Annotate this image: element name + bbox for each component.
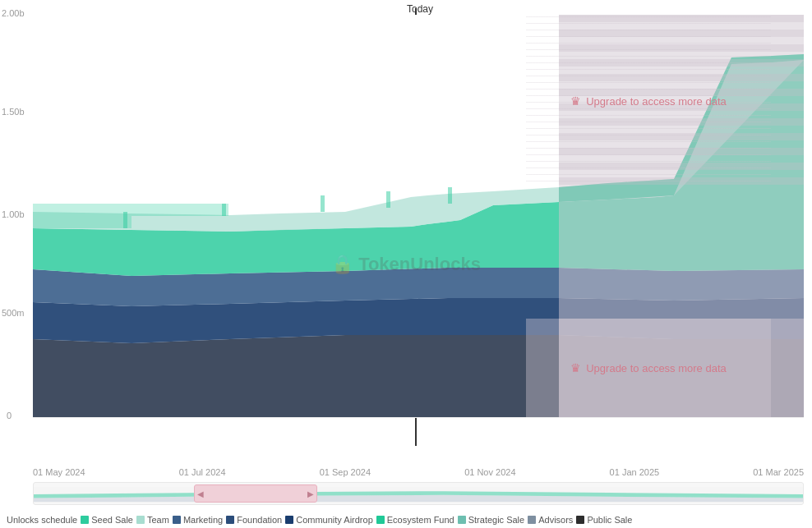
legend-label-ecosystem-fund: Ecosystem Fund — [387, 515, 454, 525]
legend-label-community-airdrop: Community Airdrop — [296, 515, 373, 525]
legend-label-public-sale: Public Sale — [587, 515, 632, 525]
svg-rect-16 — [448, 187, 452, 204]
legend-label-seed-sale: Seed Sale — [91, 515, 133, 525]
y-label-2b: 2.00b — [2, 8, 25, 18]
legend-color-community-airdrop — [285, 516, 293, 524]
upgrade-text-bottom: Upgrade to access more data — [586, 362, 727, 374]
scrollbar-mini-chart — [34, 483, 803, 504]
svg-rect-12 — [123, 212, 127, 228]
legend-color-strategic-sale — [458, 516, 466, 524]
legend-color-advisors — [528, 516, 536, 524]
y-label-1b: 1.00b — [2, 209, 25, 219]
scrollbar-thumb[interactable]: ◀ ▶ — [194, 484, 317, 503]
svg-rect-15 — [386, 191, 390, 208]
scrollbar-area[interactable]: ◀ ▶ — [33, 482, 804, 505]
legend-label-team: Team — [147, 515, 169, 525]
legend-title-label: Unlocks schedule — [7, 515, 77, 525]
legend-item-public-sale[interactable]: Public Sale — [576, 515, 632, 525]
legend-color-marketing — [173, 516, 181, 524]
grid-line-bottom — [33, 417, 804, 418]
svg-rect-13 — [222, 204, 226, 216]
legend-label-foundation: Foundation — [237, 515, 282, 525]
svg-rect-7 — [33, 216, 131, 228]
upgrade-overlay-bottom[interactable]: ♛ Upgrade to access more data — [526, 319, 771, 417]
x-axis: 01 May 2024 01 Jul 2024 01 Sep 2024 01 N… — [33, 467, 804, 477]
today-label: Today — [407, 3, 433, 15]
y-label-1-5b: 1.50b — [2, 107, 25, 117]
legend-title: Unlocks schedule — [7, 515, 77, 525]
legend-item-advisors[interactable]: Advisors — [528, 515, 573, 525]
legend-color-public-sale — [576, 516, 584, 524]
scrollbar-handle-left[interactable]: ◀ — [195, 485, 206, 502]
y-label-500m: 500m — [2, 308, 25, 318]
legend-color-foundation — [226, 516, 234, 524]
upgrade-overlay-top[interactable]: ♛ Upgrade to access more data — [526, 15, 771, 187]
scrollbar-handle-right[interactable]: ▶ — [305, 485, 316, 502]
legend-color-team — [136, 516, 145, 524]
x-label-jan: 01 Jan 2025 — [610, 467, 660, 477]
y-label-0: 0 — [7, 411, 12, 420]
legend-item-seed-sale[interactable]: Seed Sale — [81, 515, 133, 525]
legend-item-marketing[interactable]: Marketing — [173, 515, 223, 525]
x-label-jul: 01 Jul 2024 — [179, 467, 226, 477]
svg-rect-14 — [321, 195, 325, 212]
legend-item-team[interactable]: Team — [136, 515, 169, 525]
upgrade-text-top: Upgrade to access more data — [586, 95, 727, 108]
crown-icon-bottom: ♛ — [570, 361, 581, 374]
legend-label-marketing: Marketing — [183, 515, 223, 525]
svg-rect-8 — [33, 204, 228, 216]
legend-label-strategic-sale: Strategic Sale — [468, 515, 524, 525]
x-label-nov: 01 Nov 2024 — [464, 467, 515, 477]
legend-item-strategic-sale[interactable]: Strategic Sale — [458, 515, 524, 525]
legend-label-advisors: Advisors — [538, 515, 573, 525]
legend-item-foundation[interactable]: Foundation — [226, 515, 282, 525]
legend-item-ecosystem-fund[interactable]: Ecosystem Fund — [376, 515, 454, 525]
x-label-may: 01 May 2024 — [33, 467, 85, 477]
crown-icon-top: ♛ — [570, 94, 581, 108]
chart-container: Chart in UTC + 00:00 Time Today 2.00b 1.… — [0, 0, 812, 528]
legend-color-seed-sale — [81, 516, 89, 524]
x-label-sep: 01 Sep 2024 — [320, 467, 371, 477]
legend: Unlocks schedule Seed Sale Team Marketin… — [0, 515, 812, 525]
x-label-mar: 01 Mar 2025 — [753, 467, 804, 477]
legend-color-ecosystem-fund — [376, 516, 385, 524]
legend-item-community-airdrop[interactable]: Community Airdrop — [285, 515, 373, 525]
